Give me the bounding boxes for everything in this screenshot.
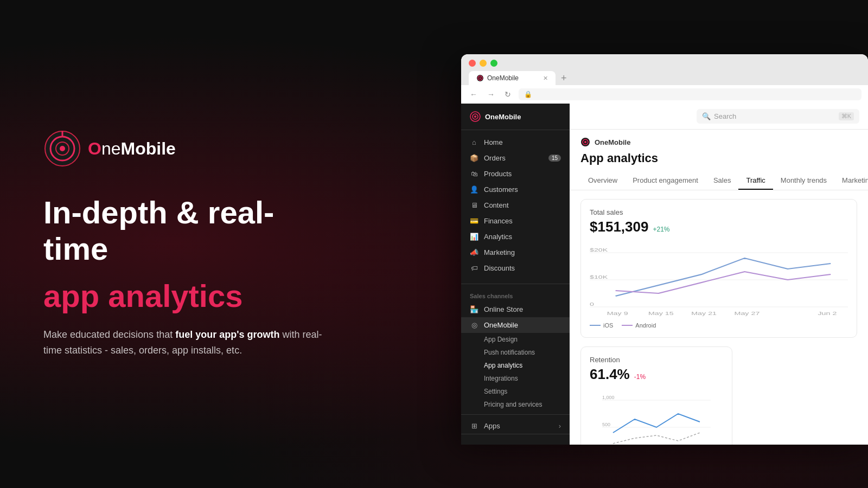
svg-point-36	[480, 78, 481, 79]
sidebar-divider-2	[461, 414, 570, 415]
address-bar[interactable]: 🔒	[519, 88, 861, 100]
retention-chart: 1,000 500 0 May 9 May 15 May 21 May 27 J…	[590, 389, 723, 445]
retention-value-row: 61.4% -1%	[590, 366, 723, 383]
onemobile-logo-icon	[43, 130, 81, 168]
traffic-light-maximize[interactable]	[490, 60, 497, 67]
retention-card: Retention 61.4% -1% 1,000 500	[580, 346, 732, 445]
search-shortcut: ⌘K	[839, 112, 854, 120]
content-header-icon	[580, 137, 590, 147]
tab-traffic[interactable]: Traffic	[738, 172, 773, 190]
sidebar-item-onemobile[interactable]: ◎ OneMobile	[461, 317, 570, 333]
forward-button[interactable]: →	[485, 89, 497, 100]
new-tab-button[interactable]: +	[559, 73, 569, 84]
orders-icon: 📦	[470, 154, 478, 162]
sidebar-subitem-pricing-label: Pricing and services	[484, 401, 542, 408]
onemobile-channel-icon: ◎	[470, 321, 478, 329]
sidebar-bottom: ⚙ Settings	[461, 434, 570, 445]
traffic-light-close[interactable]	[469, 60, 476, 67]
sidebar-onemobile-label: OneMobile	[484, 321, 518, 329]
tab-overview[interactable]: Overview	[580, 172, 625, 190]
content-icon: 🖥	[470, 201, 478, 209]
sidebar-item-orders-label: Orders	[484, 154, 506, 162]
sidebar-item-online-store[interactable]: 🏪 Online Store	[461, 301, 570, 317]
svg-text:0: 0	[590, 301, 594, 307]
sidebar-item-apps[interactable]: ⊞ Apps ›	[461, 418, 570, 434]
subtext-bold: fuel your app's growth	[175, 329, 279, 340]
app-container: OneMobile ⌂ Home 📦 Orders 15 🛍 Products	[461, 104, 868, 445]
logo-o: O	[88, 139, 101, 158]
tab-monthly-trends[interactable]: Monthly trends	[773, 172, 834, 190]
tab-product-engagement[interactable]: Product engagement	[625, 172, 706, 190]
retention-value: 61.4%	[590, 366, 630, 383]
tab-marketing[interactable]: Marketing	[834, 172, 868, 190]
sidebar-brand-icon	[470, 111, 481, 122]
sidebar-brand-name: OneMobile	[485, 113, 521, 121]
svg-text:May 27: May 27	[735, 311, 760, 317]
sidebar-item-settings-bottom[interactable]: ⚙ Settings	[461, 440, 570, 445]
sidebar-item-content-label: Content	[484, 201, 509, 209]
browser-tab-active[interactable]: OneMobile ✕	[469, 71, 556, 85]
sidebar-subitem-pricing[interactable]: Pricing and services	[461, 398, 570, 411]
svg-point-42	[584, 141, 586, 143]
online-store-icon: 🏪	[470, 305, 478, 313]
sidebar-item-discounts[interactable]: 🏷 Discounts	[461, 260, 570, 276]
browser-nav: ← → ↻ 🔒	[461, 85, 868, 104]
legend-android-label: Android	[635, 322, 656, 329]
sidebar-item-content[interactable]: 🖥 Content	[461, 197, 570, 213]
marketing-icon: 📣	[470, 248, 478, 256]
total-sales-chart: $20K $10K 0 May 9 May 15 May 21 May 27	[590, 242, 848, 318]
page-title: App analytics	[570, 151, 868, 172]
sidebar-divider-1	[461, 284, 570, 284]
content-brand-name: OneMobile	[595, 138, 630, 146]
svg-text:May 21: May 21	[691, 311, 717, 317]
subtext: Make educated decisions that fuel your a…	[43, 327, 336, 358]
traffic-light-minimize[interactable]	[480, 60, 487, 67]
sidebar-subitem-app-design[interactable]: App Design	[461, 333, 570, 346]
svg-point-32	[60, 146, 65, 151]
svg-point-39	[474, 115, 476, 118]
charts-row-1: Total sales $151,309 +21% $20K	[570, 190, 868, 445]
sidebar-item-analytics[interactable]: 📊 Analytics	[461, 229, 570, 245]
apps-expand-icon: ›	[559, 422, 561, 430]
sidebar-item-orders[interactable]: 📦 Orders 15	[461, 150, 570, 166]
sidebar-item-finances-label: Finances	[484, 217, 513, 225]
analytics-icon: 📊	[470, 233, 478, 241]
sidebar-item-analytics-label: Analytics	[484, 233, 512, 241]
sidebar-subitem-settings[interactable]: Settings	[461, 385, 570, 398]
sidebar-subitem-integrations[interactable]: Integrations	[461, 372, 570, 385]
headline-container: In-depth & real-time app analytics	[43, 195, 336, 314]
tab-sales[interactable]: Sales	[706, 172, 739, 190]
sales-channels-label: Sales channels	[461, 287, 570, 301]
search-bar[interactable]: 🔍 Search ⌘K	[697, 109, 859, 124]
browser-window: OneMobile ✕ + ← → ↻ 🔒 OneMo	[461, 54, 868, 445]
total-sales-legend: iOS Android	[590, 322, 848, 329]
sidebar-item-finances[interactable]: 💳 Finances	[461, 213, 570, 229]
sidebar-item-customers[interactable]: 👤 Customers	[461, 182, 570, 197]
tab-favicon	[476, 74, 484, 82]
sidebar-item-products[interactable]: 🛍 Products	[461, 166, 570, 182]
content-header: OneMobile	[570, 130, 868, 151]
svg-text:Jun 2: Jun 2	[818, 311, 837, 317]
svg-text:May 15: May 15	[648, 311, 674, 317]
sidebar-subitem-app-analytics[interactable]: App analytics	[461, 359, 570, 372]
legend-android-line	[622, 325, 633, 326]
logo-wordmark: OneMobile	[88, 139, 176, 159]
sidebar-subitem-push-notifications[interactable]: Push notifications	[461, 346, 570, 359]
sidebar-item-home[interactable]: ⌂ Home	[461, 134, 570, 150]
total-sales-change: +21%	[653, 226, 669, 233]
back-button[interactable]: ←	[468, 89, 480, 100]
sidebar-subitem-push-label: Push notifications	[484, 349, 535, 356]
legend-ios-line	[590, 325, 601, 326]
logo-ne: ne	[101, 139, 121, 158]
logo-mobile-word: Mobile	[120, 139, 175, 158]
discounts-icon: 🏷	[470, 264, 478, 272]
svg-text:$10K: $10K	[590, 274, 608, 280]
tab-close-btn[interactable]: ✕	[543, 75, 548, 82]
logo-area: OneMobile	[43, 130, 336, 168]
search-bar-container: 🔍 Search ⌘K	[570, 104, 868, 130]
refresh-button[interactable]: ↻	[502, 89, 513, 100]
sidebar-item-marketing[interactable]: 📣 Marketing	[461, 245, 570, 260]
sidebar-settings-label: Settings	[484, 444, 509, 445]
browser-chrome: OneMobile ✕ +	[461, 54, 868, 85]
sidebar-item-customers-label: Customers	[484, 185, 518, 194]
